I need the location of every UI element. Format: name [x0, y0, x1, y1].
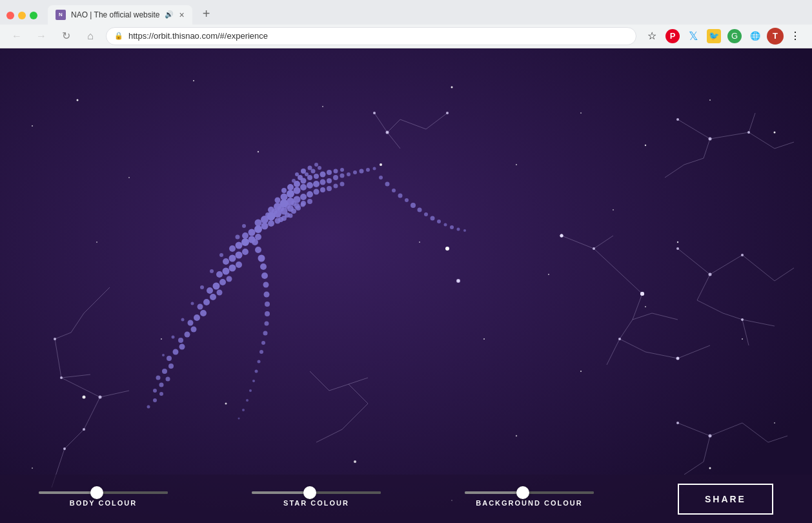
- main-content: BODY COLOUR STAR COLOUR BACKGROUND COLOU…: [0, 48, 812, 523]
- svg-point-166: [217, 290, 223, 296]
- more-button[interactable]: ⋮: [786, 27, 804, 45]
- svg-point-179: [153, 389, 157, 393]
- svg-point-114: [450, 225, 454, 229]
- svg-point-101: [366, 168, 370, 172]
- svg-point-35: [380, 163, 382, 166]
- svg-point-188: [260, 263, 267, 270]
- bottom-controls: BODY COLOUR STAR COLOUR BACKGROUND COLOU…: [0, 475, 812, 523]
- tab-audio-icon[interactable]: 🔊: [165, 10, 174, 19]
- svg-point-171: [185, 332, 190, 338]
- extension3-button[interactable]: 🌐: [746, 27, 764, 45]
- browser-chrome: N NAO | The official website 🔊 × + ← → ↻…: [0, 0, 812, 48]
- background-slider-fill-right: [523, 491, 594, 494]
- svg-point-146: [229, 245, 236, 252]
- svg-point-83: [320, 172, 326, 178]
- svg-point-109: [418, 208, 422, 212]
- svg-point-80: [301, 178, 307, 184]
- svg-point-155: [216, 271, 223, 278]
- svg-point-190: [263, 282, 269, 288]
- svg-point-86: [340, 168, 344, 172]
- svg-point-113: [444, 223, 447, 227]
- svg-point-200: [252, 380, 255, 382]
- svg-point-215: [191, 302, 194, 305]
- lock-icon: 🔒: [114, 32, 123, 40]
- star-slider-fill-left: [252, 491, 310, 494]
- user-avatar[interactable]: T: [767, 28, 784, 45]
- svg-point-204: [238, 418, 240, 420]
- svg-point-58: [640, 292, 644, 296]
- svg-point-98: [347, 172, 350, 176]
- share-button[interactable]: SHARE: [678, 484, 773, 515]
- svg-point-112: [437, 220, 441, 223]
- svg-point-12: [709, 99, 711, 101]
- svg-point-140: [254, 225, 262, 233]
- svg-point-45: [54, 338, 56, 340]
- svg-point-186: [255, 247, 261, 253]
- body-slider-fill-left: [39, 491, 97, 494]
- svg-point-174: [173, 349, 179, 355]
- tab-bar: N NAO | The official website 🔊 × +: [0, 0, 812, 25]
- svg-point-20: [580, 371, 582, 372]
- address-input[interactable]: 🔒 https://orbit.thisnao.com/#/experience: [106, 27, 636, 45]
- star-slider-thumb[interactable]: [303, 486, 316, 499]
- tab-favicon: N: [56, 10, 66, 20]
- svg-point-21: [645, 306, 646, 307]
- svg-point-103: [379, 176, 383, 179]
- svg-point-184: [159, 392, 163, 396]
- reload-button[interactable]: ↻: [57, 27, 75, 45]
- svg-point-25: [677, 241, 678, 243]
- maximize-button[interactable]: [30, 12, 37, 19]
- svg-point-170: [178, 338, 183, 343]
- svg-point-181: [166, 377, 170, 382]
- back-button[interactable]: ←: [8, 27, 26, 45]
- pinterest-button[interactable]: P: [664, 27, 682, 45]
- body-slider-thumb[interactable]: [90, 486, 103, 499]
- svg-point-76: [318, 166, 321, 170]
- svg-point-142: [268, 220, 274, 227]
- svg-point-24: [742, 338, 743, 340]
- svg-point-153: [236, 252, 243, 259]
- svg-point-161: [219, 279, 226, 285]
- svg-point-31: [445, 247, 449, 251]
- background-slider-thumb[interactable]: [516, 486, 529, 499]
- star-colour-track[interactable]: [252, 491, 381, 494]
- svg-point-106: [398, 194, 403, 198]
- svg-point-64: [741, 318, 744, 321]
- svg-point-175: [179, 344, 185, 350]
- tab-close-button[interactable]: ×: [179, 10, 184, 20]
- svg-point-69: [301, 169, 306, 174]
- svg-point-208: [285, 203, 290, 209]
- svg-point-16: [225, 403, 227, 405]
- forward-button[interactable]: →: [32, 27, 50, 45]
- close-button[interactable]: [6, 12, 14, 19]
- body-colour-track[interactable]: [39, 491, 168, 494]
- extension2-button[interactable]: G: [726, 27, 744, 45]
- background-colour-track[interactable]: [465, 491, 594, 494]
- svg-point-148: [241, 238, 249, 246]
- svg-point-108: [411, 203, 416, 208]
- svg-point-212: [219, 253, 223, 257]
- svg-point-17: [32, 467, 33, 469]
- twitter-button[interactable]: 𝕏: [684, 27, 702, 45]
- home-button[interactable]: ⌂: [81, 27, 99, 45]
- svg-point-141: [261, 223, 269, 230]
- svg-point-61: [676, 247, 679, 250]
- svg-point-79: [294, 181, 300, 187]
- svg-point-189: [261, 272, 268, 279]
- svg-point-96: [333, 175, 338, 180]
- svg-point-6: [322, 106, 323, 107]
- svg-point-205: [265, 212, 270, 218]
- extension1-button[interactable]: 🐦: [705, 27, 723, 45]
- bookmark-button[interactable]: ☆: [643, 27, 661, 45]
- svg-point-102: [373, 167, 376, 170]
- svg-point-99: [353, 170, 357, 174]
- svg-point-54: [709, 138, 712, 141]
- active-tab[interactable]: N NAO | The official website 🔊 ×: [48, 5, 192, 25]
- svg-point-2: [77, 99, 79, 101]
- minimize-button[interactable]: [18, 12, 26, 19]
- svg-point-8: [451, 87, 453, 88]
- new-tab-button[interactable]: +: [198, 6, 216, 25]
- svg-point-214: [200, 285, 204, 289]
- svg-point-221: [291, 209, 296, 214]
- svg-point-203: [242, 409, 245, 411]
